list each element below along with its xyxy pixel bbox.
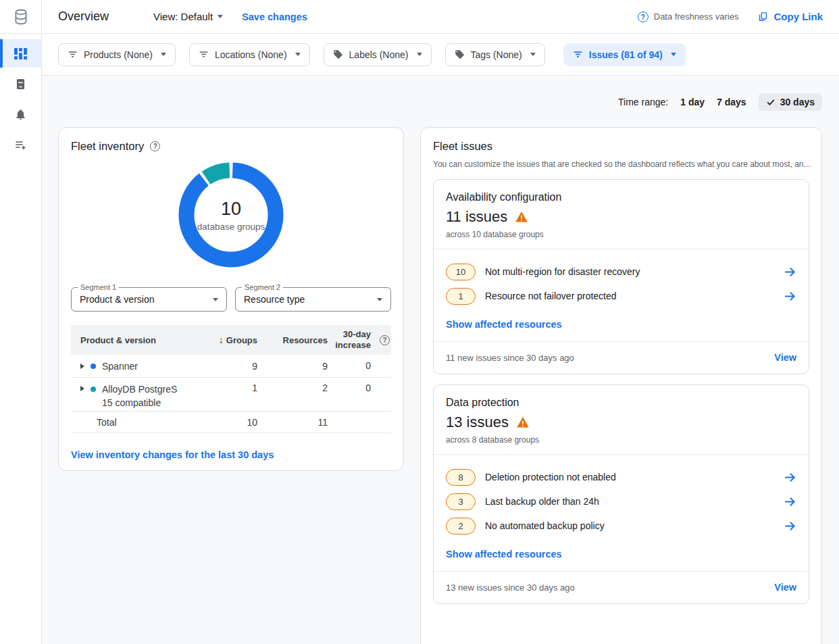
sidebar-item-settings-log[interactable] <box>0 130 41 159</box>
database-groups-donut-chart[interactable]: 10 database groups <box>177 161 285 269</box>
top-header: Overview View: Default Save changes Data… <box>42 0 839 34</box>
issue-row[interactable]: 3 Last backup older than 24h <box>446 489 796 514</box>
view-button[interactable]: View <box>774 582 796 593</box>
filter-chip-issues[interactable]: Issues (81 of 94) <box>563 43 686 66</box>
issue-count-badge: 10 <box>446 264 476 280</box>
expand-row-icon[interactable] <box>80 386 84 391</box>
issue-row[interactable]: 8 Deletion protection not enabled <box>446 465 796 489</box>
catalog-icon <box>14 78 27 91</box>
chevron-down-icon <box>377 298 382 301</box>
table-row-total: Total 10 11 <box>71 412 391 433</box>
segment-1-select[interactable]: Segment 1 Product & version <box>71 287 227 312</box>
filter-chip-labels[interactable]: Labels (None) <box>324 43 432 66</box>
issue-count: 11 issues <box>446 208 507 226</box>
warning-icon <box>515 210 528 224</box>
page-title: Overview <box>58 9 109 24</box>
arrow-right-icon[interactable] <box>784 290 796 303</box>
header-right: Data freshness varies Copy Link <box>638 11 823 22</box>
donut-center-value: 10 <box>221 199 241 220</box>
copy-icon <box>757 11 769 22</box>
help-icon[interactable] <box>380 335 390 345</box>
filter-bar: Products (None) Locations (None) Labels … <box>42 34 839 76</box>
issue-scope: across 8 database groups <box>446 435 796 445</box>
fleet-inventory-title: Fleet inventory <box>71 140 144 153</box>
filter-chip-products[interactable]: Products (None) <box>58 43 176 66</box>
sidebar-item-notifications[interactable] <box>0 100 41 128</box>
expand-row-icon[interactable] <box>80 364 84 369</box>
sidebar <box>0 0 42 644</box>
issue-row[interactable]: 2 No automated backup policy <box>446 514 796 538</box>
spanner-dot <box>91 364 96 369</box>
fleet-issues-card: Fleet issues You can customize the issue… <box>420 127 822 644</box>
main-content: Time range: 1 day 7 days 30 days Fleet i… <box>42 76 839 644</box>
fleet-issues-subtitle: You can customize the issues that are ch… <box>433 159 811 169</box>
tag-icon <box>455 49 465 59</box>
time-range-1-day[interactable]: 1 day <box>680 97 705 107</box>
filter-chip-tags[interactable]: Tags (None) <box>445 43 545 66</box>
issue-count: 13 issues <box>446 414 509 431</box>
chevron-down-icon <box>671 53 676 56</box>
help-icon[interactable] <box>638 11 649 22</box>
sidebar-nav <box>0 34 41 159</box>
filter-icon <box>573 49 583 59</box>
sort-column-groups[interactable]: ↓Groups <box>205 335 257 345</box>
table-row-alloydb[interactable]: AlloyDB PostgreS 15 compatible 1 2 0 <box>71 378 391 412</box>
fleet-inventory-card: Fleet inventory 10 database groups Segme… <box>58 127 404 471</box>
sidebar-item-overview[interactable] <box>0 39 41 68</box>
chevron-down-icon <box>295 53 301 56</box>
database-icon <box>12 8 30 26</box>
table-row-spanner[interactable]: Spanner 9 9 0 <box>71 355 391 378</box>
chevron-down-icon <box>161 53 166 56</box>
arrow-right-icon[interactable] <box>784 266 796 278</box>
sidebar-item-catalog[interactable] <box>0 70 41 98</box>
time-range-7-days[interactable]: 7 days <box>717 97 746 107</box>
sort-down-icon: ↓ <box>219 335 224 345</box>
issue-count-badge: 1 <box>446 288 476 305</box>
issue-count-badge: 3 <box>446 493 476 510</box>
tag-icon <box>333 49 343 59</box>
issue-category-data-protection: Data protection 13 issues across 8 datab… <box>433 385 809 604</box>
arrow-right-icon[interactable] <box>784 495 796 508</box>
check-icon <box>766 97 776 107</box>
copy-link-button[interactable]: Copy Link <box>757 11 823 22</box>
arrow-right-icon[interactable] <box>784 520 796 532</box>
show-affected-resources-link[interactable]: Show affected resources <box>446 549 562 560</box>
save-changes-button[interactable]: Save changes <box>242 11 307 22</box>
issue-row[interactable]: 1 Resource not failover protected <box>446 284 796 308</box>
issue-row[interactable]: 10 Not multi-region for disaster recover… <box>446 259 796 284</box>
view-selector[interactable]: View: Default <box>153 11 223 22</box>
issue-scope: across 10 database groups <box>446 230 796 239</box>
alloydb-dot <box>91 387 96 392</box>
chevron-down-icon <box>218 15 223 18</box>
notifications-icon <box>14 108 27 121</box>
chevron-down-icon <box>213 298 218 301</box>
issue-count-badge: 8 <box>446 469 476 486</box>
filter-chip-locations[interactable]: Locations (None) <box>189 43 310 66</box>
arrow-right-icon[interactable] <box>784 471 796 484</box>
inventory-table: Product & version ↓Groups Resources 30-d… <box>71 325 391 433</box>
segment-2-select[interactable]: Segment 2 Resource type <box>235 287 391 312</box>
inventory-table-header: Product & version ↓Groups Resources 30-d… <box>71 325 391 355</box>
app-logo[interactable] <box>0 0 41 34</box>
chevron-down-icon <box>530 53 536 56</box>
filter-icon <box>68 49 78 59</box>
view-inventory-changes-link[interactable]: View inventory changes for the last 30 d… <box>71 449 274 460</box>
filter-icon <box>199 49 209 59</box>
view-button[interactable]: View <box>774 352 796 363</box>
show-affected-resources-link[interactable]: Show affected resources <box>446 319 562 330</box>
warning-icon <box>516 416 530 429</box>
time-range-30-days[interactable]: 30 days <box>759 93 822 111</box>
help-icon[interactable] <box>150 141 160 151</box>
settings-list-icon <box>14 139 27 151</box>
donut-center-label: database groups <box>197 222 265 232</box>
new-issues-text: 11 new issues since 30 days ago <box>446 353 574 363</box>
data-freshness-label: Data freshness varies <box>654 11 739 22</box>
time-range-label: Time range: <box>618 97 668 107</box>
issue-count-badge: 2 <box>446 518 476 535</box>
new-issues-text: 13 new issues since 30 days ago <box>446 583 575 593</box>
chevron-down-icon <box>417 53 422 56</box>
dashboard-icon <box>14 47 28 61</box>
fleet-issues-title: Fleet issues <box>433 140 492 153</box>
issue-category-availability: Availability configuration 11 issues acr… <box>433 179 809 374</box>
time-range-selector: Time range: 1 day 7 days 30 days <box>618 93 822 111</box>
